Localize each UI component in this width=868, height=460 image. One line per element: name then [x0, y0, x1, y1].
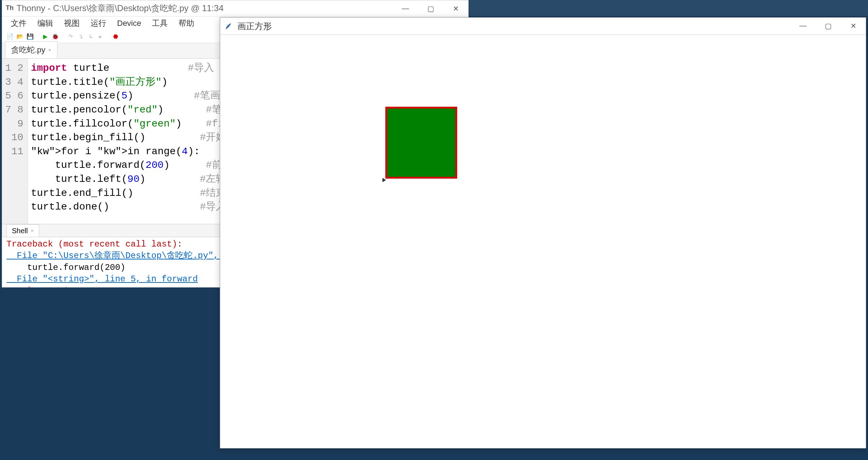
drawn-square — [385, 107, 457, 179]
secondary-window-hint — [469, 0, 868, 16]
turtle-titlebar[interactable]: 画正方形 — ▢ ✕ — [220, 18, 866, 35]
step-over-icon[interactable]: ↷ — [66, 32, 75, 41]
turtle-close-button[interactable]: ✕ — [841, 18, 866, 34]
file-tab-label: 贪吃蛇.py — [11, 45, 45, 55]
file-tab-active[interactable]: 贪吃蛇.py × — [5, 41, 57, 58]
stop-icon[interactable]: ⬣ — [111, 32, 120, 41]
menu-tools[interactable]: 工具 — [147, 17, 173, 30]
menu-run[interactable]: 运行 — [85, 17, 111, 30]
shell-tab[interactable]: Shell × — [6, 224, 39, 237]
step-into-icon[interactable]: ↴ — [76, 32, 85, 41]
open-file-icon[interactable]: 📂 — [16, 32, 24, 41]
menu-device[interactable]: Device — [112, 17, 146, 29]
minimize-button[interactable]: — — [393, 0, 418, 17]
menu-file[interactable]: 文件 — [6, 17, 32, 30]
close-button[interactable]: ✕ — [443, 0, 468, 17]
turtle-title-text: 画正方形 — [237, 20, 272, 32]
step-out-icon[interactable]: ↳ — [86, 32, 95, 41]
shell-tab-label: Shell — [12, 227, 28, 235]
turtle-minimize-button[interactable]: — — [790, 18, 816, 34]
line-number-gutter: 1 2 3 4 5 6 7 8 9 10 11 — [2, 59, 28, 224]
menu-edit[interactable]: 编辑 — [32, 17, 58, 30]
thonny-window-controls: — ▢ ✕ — [393, 0, 468, 17]
run-icon[interactable]: ▶ — [41, 32, 50, 41]
maximize-button[interactable]: ▢ — [418, 0, 443, 17]
turtle-canvas — [220, 35, 866, 448]
resume-icon[interactable]: ▸ — [96, 32, 105, 41]
debug-icon[interactable]: 🐞 — [51, 32, 60, 41]
turtle-window: 画正方形 — ▢ ✕ — [220, 17, 866, 448]
python-feather-icon — [224, 22, 233, 31]
thonny-title-text: Thonny - C:\Users\徐章雨\Desktop\贪吃蛇.py @ 1… — [17, 3, 224, 14]
thonny-logo-icon: Th — [6, 4, 14, 12]
shell-tab-close-icon[interactable]: × — [31, 228, 33, 234]
turtle-cursor-icon — [382, 178, 386, 182]
thonny-titlebar[interactable]: Th Thonny - C:\Users\徐章雨\Desktop\贪吃蛇.py … — [2, 0, 468, 17]
new-file-icon[interactable]: 📄 — [6, 32, 14, 41]
tab-close-icon[interactable]: × — [48, 47, 51, 53]
save-file-icon[interactable]: 💾 — [26, 32, 34, 41]
menu-help[interactable]: 帮助 — [173, 17, 199, 30]
turtle-window-controls: — ▢ ✕ — [790, 18, 866, 35]
turtle-maximize-button[interactable]: ▢ — [816, 18, 841, 34]
menu-view[interactable]: 视图 — [59, 17, 85, 30]
